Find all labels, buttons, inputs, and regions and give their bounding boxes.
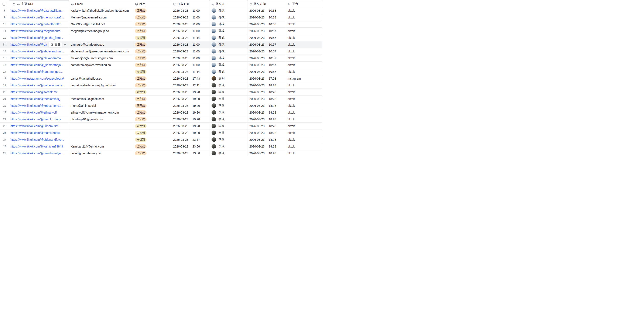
row-checkbox[interactable] (4, 43, 6, 46)
email-cell[interactable]: thedlaminis0@gmail.com (69, 95, 133, 102)
submitter-cell[interactable]: 李欣 (210, 95, 248, 102)
capture-time-cell[interactable]: 2026-03-23 11:00 (171, 55, 210, 61)
submit-time-cell[interactable]: 2026-03-23 10:57 (248, 27, 286, 34)
submitter-cell[interactable]: 孙成 (210, 41, 248, 48)
submitter-cell[interactable]: 李欣 (210, 129, 248, 136)
platform-cell[interactable]: tiktok (286, 123, 322, 129)
url-link[interactable]: https://www.tiktok.com/@meimonstaa?... (10, 16, 64, 19)
submitter-cell[interactable]: 孙成 (210, 7, 248, 14)
platform-cell[interactable]: tiktok (286, 150, 322, 156)
status-cell[interactable]: 已完成 (133, 95, 171, 102)
submit-time-cell[interactable]: 2026-03-23 18:28 (248, 123, 286, 129)
email-cell[interactable]: Meimei@mcavemedia.com (69, 14, 133, 21)
status-cell[interactable]: 已完成 (133, 75, 171, 82)
url-cell[interactable]: 20 https://www.tiktok.com/@saraht1me (0, 89, 69, 95)
url-cell[interactable]: 10 https://www.tiktok.com/@gnb.official?… (0, 21, 69, 27)
url-cell[interactable]: 29 https://www.tiktok.com/@nanabeautyo..… (0, 150, 69, 156)
submit-time-cell[interactable]: 2026-03-23 10:38 (248, 21, 286, 27)
email-cell[interactable]: Kamican214@gmail.com (69, 143, 133, 150)
submitter-cell[interactable]: 孙成 (210, 34, 248, 41)
url-cell[interactable]: 27 https://www.tiktok.com/@aidenandfavo.… (0, 136, 69, 143)
status-cell[interactable]: 未找到 (133, 123, 171, 129)
platform-cell[interactable]: tiktok (286, 129, 322, 136)
url-link[interactable]: https://www.tiktok.com/@_samanthajo... (10, 63, 63, 67)
column-header-submit-time[interactable]: 提交时间 (248, 1, 286, 7)
email-cell[interactable]: shdayandmal@jakerosenentertainment.com (69, 48, 133, 55)
submitter-cell[interactable]: 李欣 (210, 150, 248, 156)
url-link[interactable]: https://www.tiktok.com/@daanawilliam... (10, 9, 63, 12)
url-cell[interactable]: 14 https://www.tiktok.com/@shdayandmal..… (0, 48, 69, 55)
platform-cell[interactable]: tiktok (286, 55, 322, 61)
email-cell[interactable]: collab@nanabeauty.de (69, 150, 133, 156)
status-cell[interactable]: 未找到 (133, 129, 171, 136)
capture-time-cell[interactable]: 2026-03-23 19:20 (171, 123, 210, 129)
capture-time-cell[interactable]: 2026-03-23 11:00 (171, 21, 210, 27)
submitter-cell[interactable]: 李欣 (210, 82, 248, 89)
submit-time-cell[interactable]: 2026-03-23 10:57 (248, 55, 286, 61)
email-cell[interactable]: contatoisabellaonofre@gmail.com (69, 82, 133, 89)
capture-time-cell[interactable]: 2026-03-23 17:43 (171, 75, 210, 82)
view-button[interactable]: 查看 (49, 42, 62, 47)
column-header-url[interactable]: 主页 URL (0, 1, 69, 7)
url-link[interactable]: https://www.tiktok.com/@alexandrama... (10, 56, 63, 60)
url-link[interactable]: https://www.tiktok.com/@isabellaonofre (10, 84, 62, 87)
email-cell[interactable] (69, 136, 133, 143)
column-header-submitter[interactable]: 提交人 (210, 1, 248, 7)
platform-cell[interactable]: tiktok (286, 34, 322, 41)
submit-time-cell[interactable]: 2026-03-23 10:57 (248, 48, 286, 55)
status-cell[interactable]: 未找到 (133, 34, 171, 41)
url-link[interactable]: https://www.tiktok.com/@momlifeofflu (10, 131, 60, 135)
url-cell[interactable]: 24 https://www.tiktok.com/@dasblitzdings (0, 116, 69, 123)
submit-time-cell[interactable]: 2026-03-23 10:38 (248, 7, 286, 14)
column-header-platform[interactable]: 平台 (286, 1, 322, 7)
submit-time-cell[interactable]: 2026-03-23 18:28 (248, 82, 286, 89)
status-cell[interactable]: 未找到 (133, 68, 171, 75)
url-link[interactable]: https://www.instagram.com/sogeculebra/ (10, 77, 64, 80)
url-link[interactable]: https://www.tiktok.com/@nanabeautyo... (10, 152, 63, 155)
status-cell[interactable]: 已完成 (133, 21, 171, 27)
url-cell[interactable]: 9 https://www.tiktok.com/@meimonstaa?... (0, 14, 69, 21)
url-cell[interactable]: 8 https://www.tiktok.com/@daanawilliam..… (0, 7, 69, 14)
url-cell[interactable]: 11 https://www.tiktok.com/@rhegancours..… (0, 27, 69, 34)
url-cell[interactable]: 23 https://www.tiktok.com/@ajlina.wolf (0, 109, 69, 116)
status-cell[interactable]: 已完成 (133, 150, 171, 156)
capture-time-cell[interactable]: 2026-03-23 11:00 (171, 61, 210, 68)
url-link[interactable]: https://www.tiktok.com/@dasblitzdings (10, 118, 61, 121)
capture-time-cell[interactable]: 2026-03-23 19:20 (171, 129, 210, 136)
email-cell[interactable]: carlos@tastethefloor.es (69, 75, 133, 82)
capture-time-cell[interactable]: 2026-03-23 11:00 (171, 7, 210, 14)
status-cell[interactable]: 已完成 (133, 55, 171, 61)
status-cell[interactable]: 已完成 (133, 61, 171, 68)
email-cell[interactable]: alexandjon@currentsmgmt.com (69, 55, 133, 61)
submit-time-cell[interactable]: 2026-03-23 18:28 (248, 109, 286, 116)
capture-time-cell[interactable]: 2026-03-23 11:00 (171, 27, 210, 34)
email-cell[interactable]: GnBOfficial@KashTM.net (69, 21, 133, 27)
email-cell[interactable] (69, 34, 133, 41)
url-link[interactable]: https://www.tiktok.com/@shdayandmal... (10, 50, 64, 53)
status-cell[interactable]: 已完成 (133, 41, 171, 48)
capture-time-cell[interactable]: 2026-03-23 11:44 (171, 34, 210, 41)
column-header-capture-time[interactable]: 抓取时间 (171, 1, 210, 7)
platform-cell[interactable]: tiktok (286, 14, 322, 21)
submitter-cell[interactable]: 孙成 (210, 14, 248, 21)
submit-time-cell[interactable]: 2026-03-23 18:28 (248, 143, 286, 150)
submit-time-cell[interactable]: 2026-03-23 10:57 (248, 68, 286, 75)
status-cell[interactable]: 已完成 (133, 14, 171, 21)
capture-time-cell[interactable]: 2026-03-23 19:20 (171, 95, 210, 102)
email-cell[interactable]: rhegan@clementinegroup.co (69, 27, 133, 34)
url-cell[interactable]: 18 https://www.instagram.com/sogeculebra… (0, 75, 69, 82)
capture-time-cell[interactable]: 2026-03-23 19:20 (171, 89, 210, 95)
platform-cell[interactable]: tiktok (286, 41, 322, 48)
status-cell[interactable]: 已完成 (133, 82, 171, 89)
email-cell[interactable]: samanthajo@weareverified.co (69, 61, 133, 68)
platform-cell[interactable]: tiktok (286, 102, 322, 109)
status-cell[interactable]: 已完成 (133, 116, 171, 123)
url-cell[interactable]: 19 https://www.tiktok.com/@isabellaonofr… (0, 82, 69, 89)
url-cell[interactable]: 12 https://www.tiktok.com/@_sacha_fierc.… (0, 34, 69, 41)
url-link[interactable]: https://www.tiktok.com/@_sacha_fierc... (10, 36, 63, 39)
email-cell[interactable] (69, 123, 133, 129)
platform-cell[interactable]: tiktok (286, 136, 322, 143)
platform-cell[interactable]: tiktok (286, 68, 322, 75)
submitter-cell[interactable]: 李欣 (210, 89, 248, 95)
submit-time-cell[interactable]: 2026-03-23 18:28 (248, 129, 286, 136)
